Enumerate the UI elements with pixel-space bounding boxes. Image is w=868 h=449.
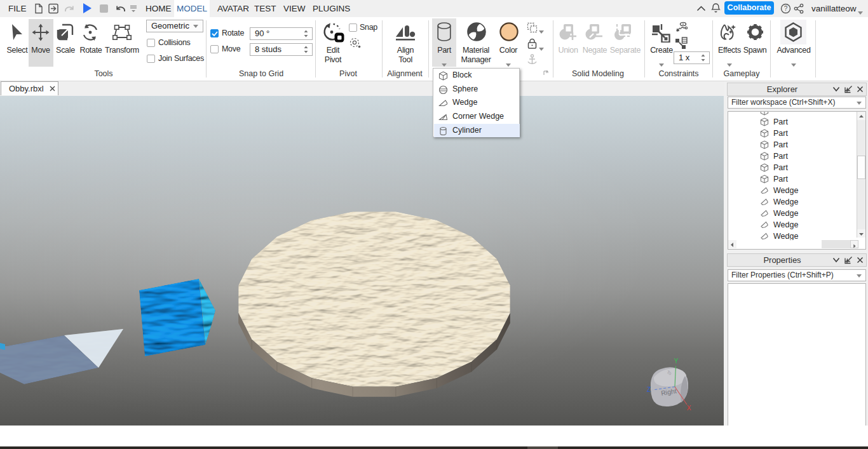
svg-text:Y: Y	[674, 358, 679, 365]
svg-text:?: ?	[784, 5, 788, 12]
svg-text:X: X	[687, 405, 691, 412]
svg-text:Z: Z	[647, 386, 651, 393]
